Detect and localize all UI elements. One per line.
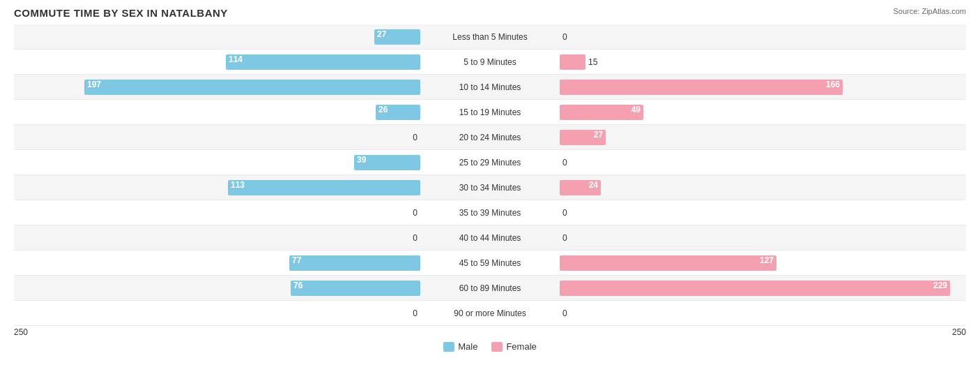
male-value-inside: 77 bbox=[292, 255, 301, 265]
chart-row: 39 25 to 29 Minutes 0 bbox=[14, 150, 966, 175]
chart-row: 0 90 or more Minutes 0 bbox=[14, 301, 966, 326]
legend-female-color bbox=[491, 342, 503, 352]
male-side: 113 bbox=[14, 175, 490, 200]
chart-row: 27 Less than 5 Minutes 0 bbox=[14, 24, 966, 50]
source-text: Source: ZipAtlas.com bbox=[893, 7, 966, 15]
male-bar-wrap: 76 bbox=[14, 281, 420, 296]
female-value-inside: 229 bbox=[933, 281, 947, 290]
male-side: 26 bbox=[14, 100, 490, 124]
row-inner: 27 Less than 5 Minutes 0 bbox=[14, 24, 966, 49]
female-bar-wrap: 166 bbox=[560, 80, 966, 95]
female-side: 0 bbox=[490, 24, 966, 49]
female-bar-wrap: 49 bbox=[560, 105, 966, 120]
female-side: 166 bbox=[490, 75, 966, 99]
female-bar-wrap: 0 bbox=[560, 155, 966, 170]
chart-row: 197 10 to 14 Minutes 166 bbox=[14, 75, 966, 100]
female-side: 24 bbox=[490, 175, 966, 200]
male-bar: 39 bbox=[354, 155, 420, 170]
male-bar-wrap: 197 bbox=[14, 80, 420, 95]
male-bar: 27 bbox=[374, 29, 420, 45]
female-side: 27 bbox=[490, 125, 966, 149]
male-value-inside: 26 bbox=[378, 105, 388, 114]
female-side: 127 bbox=[490, 251, 966, 275]
legend-male-color bbox=[443, 342, 454, 352]
chart-row: 114 5 to 9 Minutes 15 bbox=[14, 50, 966, 75]
row-inner: 0 20 to 24 Minutes 27 bbox=[14, 125, 966, 149]
row-inner: 114 5 to 9 Minutes 15 bbox=[14, 50, 966, 74]
legend-female-label: Female bbox=[506, 341, 536, 352]
female-value: 0 bbox=[562, 233, 567, 243]
axis-left: 250 bbox=[14, 327, 28, 337]
female-value: 0 bbox=[562, 308, 567, 318]
legend-male-label: Male bbox=[458, 341, 477, 352]
female-value-inside: 27 bbox=[594, 130, 603, 140]
male-bar: 113 bbox=[228, 180, 420, 195]
female-value-inside: 127 bbox=[760, 255, 774, 265]
male-side: 197 bbox=[14, 75, 490, 99]
female-value: 0 bbox=[562, 32, 567, 42]
female-side: 0 bbox=[490, 225, 966, 250]
row-inner: 26 15 to 19 Minutes 49 bbox=[14, 100, 966, 124]
female-bar: 27 bbox=[560, 130, 606, 145]
chart-row: 77 45 to 59 Minutes 127 bbox=[14, 251, 966, 276]
female-bar-wrap: 229 bbox=[560, 281, 966, 296]
male-value: 0 bbox=[413, 308, 418, 318]
female-value-inside: 49 bbox=[631, 105, 641, 114]
male-side: 0 bbox=[14, 200, 490, 225]
rows-area: 27 Less than 5 Minutes 0 bbox=[14, 24, 966, 326]
axis-right: 250 bbox=[952, 327, 966, 337]
female-bar: 166 bbox=[560, 80, 843, 95]
male-value-inside: 114 bbox=[229, 54, 243, 64]
female-bar: 127 bbox=[560, 255, 776, 271]
male-bar-wrap: 39 bbox=[14, 155, 420, 170]
female-side: 15 bbox=[490, 50, 966, 74]
female-value: 0 bbox=[562, 158, 567, 167]
female-side: 49 bbox=[490, 100, 966, 124]
female-bar: 24 bbox=[560, 180, 601, 195]
female-bar bbox=[560, 54, 585, 70]
male-side: 0 bbox=[14, 125, 490, 149]
male-bar-wrap: 0 bbox=[14, 205, 420, 221]
male-side: 77 bbox=[14, 251, 490, 275]
male-value-inside: 197 bbox=[87, 80, 101, 89]
male-side: 114 bbox=[14, 50, 490, 74]
male-value-inside: 76 bbox=[293, 281, 303, 290]
female-value-inside: 166 bbox=[826, 80, 840, 89]
row-inner: 76 60 to 89 Minutes 229 bbox=[14, 276, 966, 300]
row-inner: 0 40 to 44 Minutes 0 bbox=[14, 225, 966, 250]
female-value-inside: 24 bbox=[589, 180, 598, 190]
legend-female: Female bbox=[491, 341, 536, 352]
row-inner: 0 90 or more Minutes 0 bbox=[14, 301, 966, 325]
chart-title: COMMUTE TIME BY SEX IN NATALBANY bbox=[14, 7, 966, 19]
male-bar: 76 bbox=[291, 281, 420, 296]
female-bar-wrap: 0 bbox=[560, 205, 966, 221]
female-bar-wrap: 127 bbox=[560, 255, 966, 271]
male-bar: 197 bbox=[84, 80, 420, 95]
chart-row: 0 20 to 24 Minutes 27 bbox=[14, 125, 966, 150]
male-side: 76 bbox=[14, 276, 490, 300]
row-inner: 197 10 to 14 Minutes 166 bbox=[14, 75, 966, 99]
male-bar: 114 bbox=[226, 54, 420, 70]
male-value-inside: 27 bbox=[377, 29, 386, 39]
female-bar-wrap: 0 bbox=[560, 306, 966, 321]
male-bar-wrap: 26 bbox=[14, 105, 420, 120]
row-inner: 113 30 to 34 Minutes 24 bbox=[14, 175, 966, 200]
legend: Male Female bbox=[14, 341, 966, 352]
female-side: 0 bbox=[490, 301, 966, 325]
female-bar: 49 bbox=[560, 105, 643, 120]
female-side: 0 bbox=[490, 200, 966, 225]
female-bar-wrap: 15 bbox=[560, 54, 966, 70]
row-inner: 0 35 to 39 Minutes 0 bbox=[14, 200, 966, 225]
male-side: 0 bbox=[14, 301, 490, 325]
chart-row: 26 15 to 19 Minutes 49 bbox=[14, 100, 966, 125]
male-bar-wrap: 113 bbox=[14, 180, 420, 195]
chart-row: 76 60 to 89 Minutes 229 bbox=[14, 276, 966, 301]
male-bar-wrap: 114 bbox=[14, 54, 420, 70]
female-bar-wrap: 27 bbox=[560, 130, 966, 145]
chart-row: 0 35 to 39 Minutes 0 bbox=[14, 200, 966, 225]
male-bar-wrap: 77 bbox=[14, 255, 420, 271]
female-bar-wrap: 0 bbox=[560, 29, 966, 45]
female-bar: 229 bbox=[560, 281, 950, 296]
female-side: 0 bbox=[490, 150, 966, 174]
female-value: 0 bbox=[562, 208, 567, 218]
